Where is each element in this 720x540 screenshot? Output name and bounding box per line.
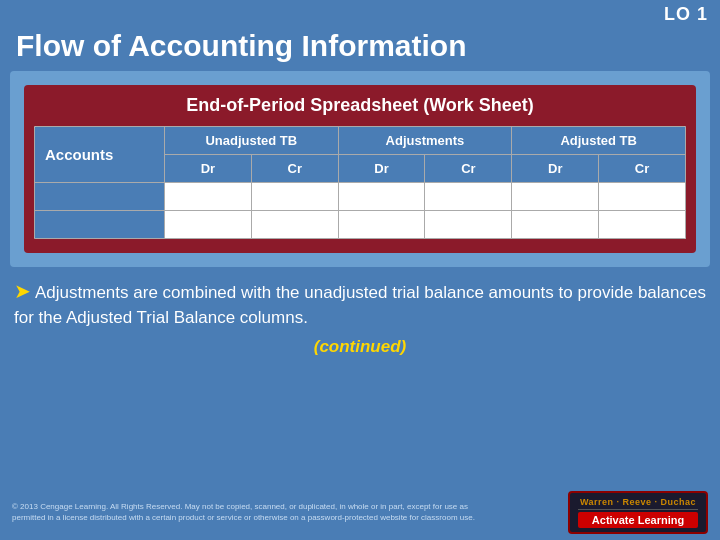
activate-learning-badge: Warren · Reeve · Duchac Activate Learnin… [568, 491, 708, 534]
activate-learning-label: Activate Learning [578, 512, 698, 528]
footer-copyright: © 2013 Cengage Learning. All Rights Rese… [12, 502, 492, 523]
body-text: Adjustments are combined with the unadju… [14, 283, 706, 327]
brand-authors: Warren · Reeve · Duchac [578, 497, 698, 510]
unadj-dr-header: Dr [165, 155, 252, 183]
table-row [35, 183, 686, 211]
data-cell [338, 211, 425, 239]
text-section: ➤Adjustments are combined with the unadj… [0, 267, 720, 365]
unadj-cr-header: Cr [251, 155, 338, 183]
table-wrapper: Accounts Unadjusted TB Adjustments Adjus… [34, 126, 686, 239]
data-cell [599, 211, 686, 239]
title-bar: Flow of Accounting Information [0, 27, 720, 71]
adj-cr-header: Cr [425, 155, 512, 183]
adj-dr-header: Dr [338, 155, 425, 183]
data-cell [251, 183, 338, 211]
accounts-cell-1 [35, 183, 165, 211]
adjd-cr-header: Cr [599, 155, 686, 183]
footer: © 2013 Cengage Learning. All Rights Rese… [0, 487, 720, 540]
continued-label: (continued) [14, 335, 706, 360]
unadjusted-tb-header: Unadjusted TB [165, 127, 339, 155]
data-cell [425, 211, 512, 239]
page-title: Flow of Accounting Information [16, 29, 704, 63]
table-row [35, 211, 686, 239]
data-cell [599, 183, 686, 211]
data-cell [425, 183, 512, 211]
adjusted-tb-header: Adjusted TB [512, 127, 686, 155]
data-cell [338, 183, 425, 211]
accounts-cell-2 [35, 211, 165, 239]
top-bar: LO 1 [0, 0, 720, 27]
arrow-bullet-icon: ➤ [14, 280, 31, 302]
adjustments-header: Adjustments [338, 127, 512, 155]
lo-badge: LO 1 [664, 4, 708, 25]
data-cell [251, 211, 338, 239]
data-cell [165, 211, 252, 239]
main-content: End-of-Period Spreadsheet (Work Sheet) A… [10, 71, 710, 267]
data-cell [165, 183, 252, 211]
spreadsheet-title: End-of-Period Spreadsheet (Work Sheet) [34, 95, 686, 116]
data-cell [512, 183, 599, 211]
adjd-dr-header: Dr [512, 155, 599, 183]
body-paragraph: ➤Adjustments are combined with the unadj… [14, 277, 706, 331]
data-cell [512, 211, 599, 239]
spreadsheet-box: End-of-Period Spreadsheet (Work Sheet) A… [24, 85, 696, 253]
spreadsheet-table: Accounts Unadjusted TB Adjustments Adjus… [34, 126, 686, 239]
accounts-header: Accounts [35, 127, 165, 183]
